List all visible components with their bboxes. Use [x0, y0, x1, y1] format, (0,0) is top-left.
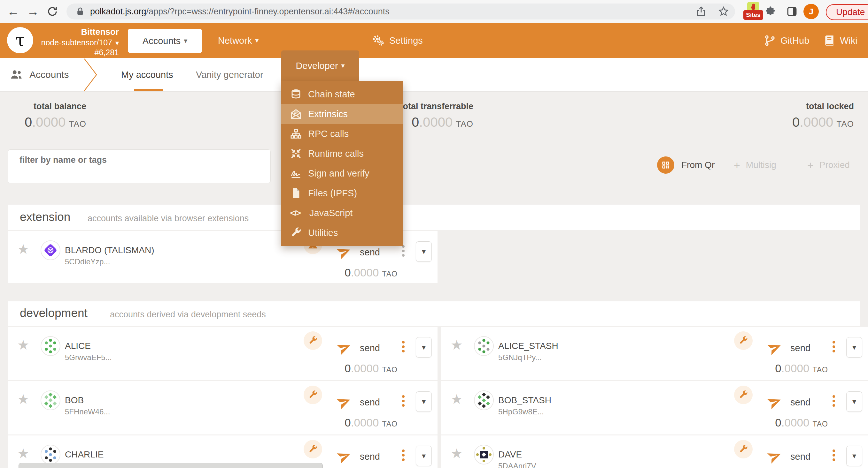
share-icon[interactable] [695, 6, 707, 17]
browser-reload-icon[interactable] [46, 6, 58, 17]
account-identicon[interactable] [40, 390, 61, 410]
gear-icon [372, 34, 385, 47]
add-multisig-button[interactable]: +Multisig [734, 157, 776, 174]
row-menu-dots-icon[interactable] [833, 395, 835, 398]
account-row: ★DAVE5DAAnrj7V...send▾0.0000TAO [441, 435, 868, 468]
address-bar[interactable]: polkadot.js.org/apps/?rpc=wss://entrypoi… [66, 3, 735, 20]
derivation-wrench-icon[interactable] [304, 440, 322, 459]
row-expand-caret-button[interactable]: ▾ [846, 391, 862, 412]
qr-icon [657, 157, 674, 174]
menu-item-runtime-calls[interactable]: Runtime calls [281, 144, 403, 163]
favorite-star-icon[interactable]: ★ [17, 243, 29, 256]
tab-my-accounts[interactable]: My accounts [121, 58, 173, 91]
account-identicon[interactable] [40, 444, 61, 465]
derivation-wrench-icon[interactable] [734, 386, 753, 404]
derivation-wrench-icon[interactable] [734, 331, 753, 350]
row-menu-dots-icon[interactable] [402, 449, 405, 452]
browser-back-icon[interactable]: ← [7, 4, 19, 19]
send-button[interactable]: send [360, 343, 380, 354]
favorite-star-icon[interactable]: ★ [451, 447, 463, 460]
menu-item-sign-and-verify[interactable]: Sign and verify [281, 163, 403, 183]
nav-settings-button[interactable]: Settings [372, 23, 423, 58]
development-section-header: development accounts derived via develop… [8, 301, 860, 326]
row-expand-caret-button[interactable]: ▾ [416, 446, 432, 466]
send-button[interactable]: send [360, 397, 380, 408]
bookmark-star-icon[interactable] [718, 6, 729, 17]
nav-developer-button[interactable]: Developer▾ [281, 51, 359, 81]
chain-info[interactable]: Bittensor node-subtensor/107▾ #6,281 [38, 27, 119, 58]
row-menu-dots-icon[interactable] [833, 341, 835, 343]
favorite-star-icon[interactable]: ★ [17, 393, 29, 406]
add-proxied-button[interactable]: +Proxied [807, 157, 850, 174]
sidebar-panel-icon[interactable] [786, 6, 798, 17]
extensions-puzzle-icon[interactable] [765, 6, 776, 17]
row-menu-dots-icon[interactable] [402, 395, 405, 398]
favorite-star-icon[interactable]: ★ [17, 338, 29, 352]
menu-item-chain-state[interactable]: Chain state [281, 84, 403, 104]
row-expand-caret-button[interactable]: ▾ [416, 337, 432, 358]
send-button[interactable]: send [360, 452, 380, 462]
send-plane-icon[interactable] [337, 244, 352, 259]
account-identicon[interactable] [474, 444, 494, 465]
send-plane-icon[interactable] [768, 340, 782, 355]
account-address: 5GrwvaEF5... [65, 353, 112, 362]
lock-icon [75, 7, 85, 16]
sites-extension-icon[interactable]: Sites [743, 2, 763, 21]
derivation-wrench-icon[interactable] [304, 331, 322, 350]
send-plane-icon[interactable] [337, 340, 352, 355]
send-plane-icon[interactable] [768, 395, 782, 409]
favorite-star-icon[interactable]: ★ [451, 338, 463, 352]
send-button[interactable]: send [790, 397, 810, 408]
breadcrumb-chevron-icon [84, 58, 98, 91]
file-icon [290, 188, 302, 199]
app-screen: ← → polkadot.js.org/apps/?rpc=wss://entr… [0, 0, 868, 468]
status-bar [19, 463, 323, 468]
account-identicon[interactable] [40, 240, 61, 261]
menu-item-utilities[interactable]: Utilities [281, 223, 403, 243]
breadcrumb: Accounts [9, 58, 69, 91]
nav-github-link[interactable]: GitHub [764, 23, 809, 58]
plus-icon: + [734, 159, 740, 171]
menu-item-label: JavaScript [309, 208, 352, 219]
send-button[interactable]: send [360, 247, 380, 258]
from-qr-button[interactable]: From Qr [657, 157, 715, 174]
row-expand-caret-button[interactable]: ▾ [846, 337, 862, 358]
row-expand-caret-button[interactable]: ▾ [416, 241, 432, 262]
send-plane-icon[interactable] [768, 449, 782, 464]
menu-item-extrinsics[interactable]: Extrinsics [281, 104, 403, 124]
send-button[interactable]: send [790, 452, 810, 462]
send-plane-icon[interactable] [337, 449, 352, 464]
menu-item-rpc-calls[interactable]: RPC calls [281, 124, 403, 144]
browser-update-button[interactable]: Update [826, 4, 868, 20]
row-menu-dots-icon[interactable] [402, 341, 405, 343]
favorite-star-icon[interactable]: ★ [17, 447, 29, 460]
nav-wiki-link[interactable]: Wiki [823, 23, 858, 58]
send-plane-icon[interactable] [337, 395, 352, 409]
nav-accounts-button[interactable]: Accounts▾ [128, 29, 202, 53]
row-expand-caret-button[interactable]: ▾ [846, 446, 862, 466]
account-address: 5DAAnrj7V... [498, 462, 542, 468]
menu-item-files-ipfs-[interactable]: Files (IPFS) [281, 183, 403, 203]
bittensor-logo[interactable]: τ [7, 27, 33, 53]
account-identicon[interactable] [474, 390, 494, 410]
derivation-wrench-icon[interactable] [304, 386, 322, 404]
send-button[interactable]: send [790, 343, 810, 354]
account-row: ★BOB_STASH5HpG9w8E...send▾0.0000TAO [441, 381, 868, 434]
people-icon [9, 68, 23, 81]
account-address: 5CDdieYzp... [65, 257, 110, 266]
filter-input[interactable] [19, 155, 257, 165]
nav-network-button[interactable]: Network▾ [218, 23, 258, 58]
account-identicon[interactable] [474, 336, 494, 356]
database-icon [290, 89, 302, 100]
tab-vanity-generator[interactable]: Vanity generator [196, 58, 264, 91]
browser-forward-icon[interactable]: → [27, 4, 39, 19]
derivation-wrench-icon[interactable] [734, 440, 753, 459]
wrench-icon [290, 227, 302, 238]
row-expand-caret-button[interactable]: ▾ [416, 391, 432, 412]
envelope-open-icon [290, 108, 302, 120]
menu-item-javascript[interactable]: </>JavaScript [281, 203, 403, 223]
row-menu-dots-icon[interactable] [833, 449, 835, 452]
favorite-star-icon[interactable]: ★ [451, 393, 463, 406]
account-identicon[interactable] [40, 336, 61, 356]
browser-profile-avatar[interactable]: J [803, 4, 819, 19]
